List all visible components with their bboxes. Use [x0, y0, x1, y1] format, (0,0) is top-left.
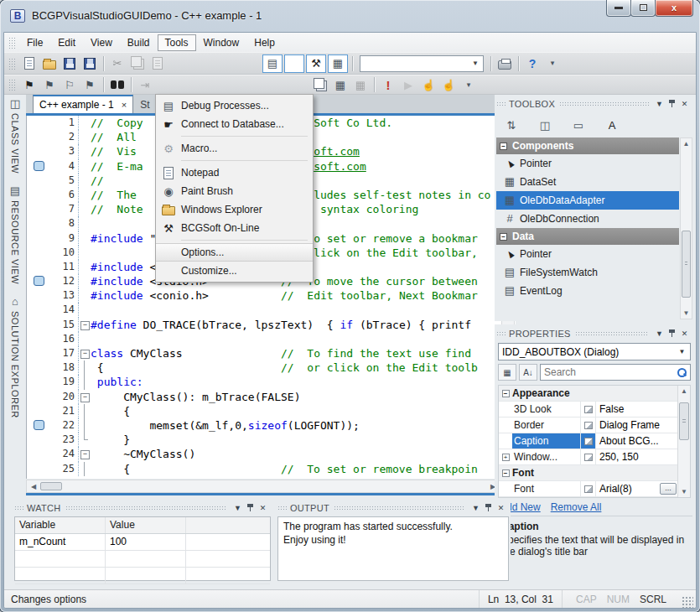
panel-close-icon[interactable]: ✕: [678, 100, 691, 108]
bookmark-gutter[interactable]: [27, 159, 50, 174]
fold-margin[interactable]: [79, 318, 91, 332]
title-bar[interactable]: B BCGPVisualStudioGUIDemo - C++ example …: [0, 0, 700, 32]
bookmark-gutter[interactable]: [27, 144, 50, 158]
fold-margin[interactable]: [79, 346, 91, 360]
minimize-button[interactable]: [606, 0, 631, 17]
editor-horizontal-scrollbar[interactable]: ◀ ▶: [26, 480, 500, 493]
copy-button[interactable]: [128, 55, 147, 72]
fold-margin[interactable]: [79, 390, 91, 404]
tab-start-page[interactable]: St: [140, 99, 149, 113]
tab-close-icon[interactable]: ×: [122, 100, 127, 110]
properties-scrollbar[interactable]: ▲ ▼: [677, 386, 690, 497]
toolbar-combobox[interactable]: ▼: [360, 55, 484, 72]
bookmark-gutter[interactable]: [27, 246, 50, 260]
bookmark-gutter[interactable]: [27, 116, 50, 130]
code-line[interactable]: 14: [27, 303, 516, 317]
panel-close-icon[interactable]: ✕: [678, 329, 691, 338]
menu-item-debug-processes[interactable]: ▤Debug Processes...: [156, 96, 313, 115]
watch-cell[interactable]: m_nCount: [15, 534, 106, 550]
watch-table[interactable]: VariableValuem_nCount100: [14, 516, 271, 581]
property-value[interactable]: False: [596, 403, 690, 415]
bookmark-gutter[interactable]: [27, 433, 50, 447]
menu-edit[interactable]: Edit: [50, 34, 83, 51]
caret-down-button[interactable]: ▾: [543, 55, 562, 72]
property-row-font[interactable]: FontArial(8)...: [499, 481, 690, 497]
toolbar-grip-2[interactable]: [8, 79, 17, 91]
property-row-caption[interactable]: CaptionAbout BCG...: [499, 433, 690, 449]
menu-tools[interactable]: Tools: [158, 34, 196, 51]
menu-window[interactable]: Window: [196, 34, 247, 51]
maximize-button[interactable]: [630, 0, 656, 17]
code-line[interactable]: 22 memset(&m_lf,0,sizeof(LOGFONT));: [27, 418, 516, 433]
panel-close-icon[interactable]: ✕: [257, 504, 269, 512]
property-value[interactable]: 250, 150: [596, 451, 690, 463]
menu-item-connect-to-database[interactable]: ☛Connect to Database...: [156, 115, 313, 133]
code-line[interactable]: 23 }: [27, 433, 516, 447]
alphabetical-sort-button[interactable]: A↓: [519, 364, 537, 381]
toolbox-item-eventlog[interactable]: ▤EventLog: [496, 282, 679, 300]
menu-help[interactable]: Help: [246, 34, 283, 51]
paste-button[interactable]: [148, 55, 167, 72]
watch-cell[interactable]: [186, 568, 270, 583]
panel-pin-icon[interactable]: [666, 329, 678, 338]
collapse-icon[interactable]: −: [502, 469, 510, 477]
property-category-font[interactable]: −Font: [499, 465, 690, 481]
property-category-appearance[interactable]: −Appearance: [499, 386, 690, 402]
combo-dropdown-icon[interactable]: ▼: [469, 58, 481, 70]
resize-grip[interactable]: [682, 596, 693, 608]
menu-item-windows-explorer[interactable]: Windows Explorer: [156, 200, 313, 219]
scrollbar-thumb[interactable]: [40, 482, 62, 490]
code-line[interactable]: 19 public:: [27, 375, 516, 389]
grid-button[interactable]: ▦: [331, 76, 350, 93]
property-value[interactable]: Dialog Frame: [596, 419, 690, 431]
save-button[interactable]: [60, 55, 79, 72]
watch-cell[interactable]: 100: [106, 534, 186, 550]
property-row-3d-look[interactable]: 3D LookFalse: [499, 402, 690, 418]
menu-view[interactable]: View: [83, 34, 120, 51]
bookmark-gutter[interactable]: [27, 346, 50, 360]
hyperlink[interactable]: soft.com: [314, 160, 366, 173]
splitter-control-button[interactable]: ◫: [536, 117, 554, 133]
panel-menu-icon[interactable]: ▼: [653, 100, 666, 108]
tab-cpp-example-1[interactable]: C++ example - 1 ×: [33, 95, 133, 113]
output-text[interactable]: The program has started successfully. En…: [277, 516, 509, 581]
panel-pin-icon[interactable]: [666, 99, 678, 108]
watch-cell[interactable]: [186, 534, 270, 550]
collapse-icon[interactable]: −: [500, 233, 507, 241]
watch-row[interactable]: m_nCount100: [15, 534, 270, 551]
toolbox-header[interactable]: TOOLBOX ▼ ✕: [495, 95, 694, 112]
property-value[interactable]: Arial(8)...: [596, 483, 690, 495]
code-line[interactable]: 16: [27, 332, 516, 346]
sidebar-tab-resource-view[interactable]: ▤RESOURCE VIEW: [10, 185, 20, 284]
pan-hand-drop-button[interactable]: ☝: [439, 76, 458, 93]
open-file-button[interactable]: [40, 55, 59, 72]
property-row-border[interactable]: BorderDialog Frame: [499, 418, 690, 433]
find-button[interactable]: [108, 76, 127, 93]
panel-menu-icon[interactable]: ▼: [231, 504, 244, 512]
toolbar-grip[interactable]: [8, 58, 17, 70]
printer-button[interactable]: [495, 55, 514, 72]
toolbox-item-pointer[interactable]: ▲Pointer: [496, 154, 679, 173]
menu-item-macro[interactable]: ⚙Macro...: [156, 139, 313, 158]
collapse-icon[interactable]: −: [500, 143, 507, 150]
expand-icon[interactable]: +: [502, 454, 510, 461]
toolbox-item-filesystemwatch[interactable]: ▤FileSystemWatch: [496, 263, 679, 282]
scroll-left-icon[interactable]: ◀: [29, 483, 38, 490]
bookmark-gutter[interactable]: [27, 375, 50, 389]
new-file-button[interactable]: [20, 55, 39, 72]
bookmark-gutter[interactable]: [27, 390, 50, 404]
code-line[interactable]: 25 { // To set or remove breakpoin: [27, 462, 516, 476]
updown-control-button[interactable]: ⇅: [502, 117, 521, 133]
output-header[interactable]: OUTPUT ▼ ✕: [276, 499, 511, 516]
code-line[interactable]: 13#include <conio.h> // Edit toolbar, Ne…: [27, 288, 516, 303]
remove-all-link[interactable]: Remove All: [551, 501, 602, 513]
cut-button[interactable]: ✂: [108, 55, 127, 72]
watch-cell[interactable]: [15, 568, 106, 583]
grid-remove-button[interactable]: ▦: [351, 76, 370, 93]
code-line[interactable]: 15#define DO_TRACE(bTrace, lpszText) { i…: [27, 318, 516, 332]
sidebar-tab-class-view[interactable]: ◫CLASS VIEW: [10, 98, 20, 174]
watch-row[interactable]: [15, 568, 270, 584]
collapse-icon[interactable]: −: [502, 390, 510, 397]
bookmark-gutter[interactable]: [27, 231, 50, 246]
toolbox-group-components[interactable]: −Components: [496, 137, 679, 154]
